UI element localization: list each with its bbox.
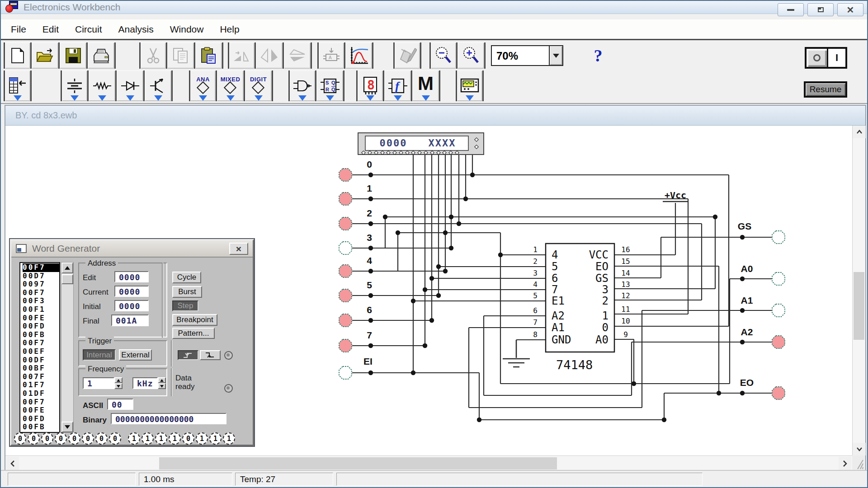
menu-edit[interactable]: Edit: [42, 24, 59, 35]
digital-ics-button[interactable]: DIGIT: [245, 70, 273, 101]
hex-word-row[interactable]: 01DF: [23, 389, 59, 398]
trigger-rising-edge-button[interactable]: [178, 350, 198, 360]
menu-file[interactable]: File: [11, 24, 26, 35]
paste-button[interactable]: [195, 42, 223, 69]
final-address-field[interactable]: 001A: [111, 314, 149, 326]
binary-field[interactable]: 0000000000000000: [111, 413, 226, 424]
logic-gates-button[interactable]: [288, 70, 316, 101]
save-button[interactable]: [60, 42, 88, 69]
menu-window[interactable]: Window: [170, 24, 204, 35]
document-title[interactable]: BY. cd 8x3.ewb: [5, 106, 865, 126]
hex-word-row-selected[interactable]: 00F7: [23, 263, 59, 272]
bit-terminal[interactable]: 1: [196, 432, 208, 445]
expand-triangle-icon[interactable]: [14, 95, 22, 101]
input-terminal-3[interactable]: [339, 242, 352, 254]
restore-button[interactable]: [807, 3, 834, 16]
zoom-out-button[interactable]: [429, 42, 458, 69]
output-terminal-a1[interactable]: [772, 304, 785, 317]
frequency-unit-field[interactable]: kHz: [132, 377, 158, 389]
spinner-up-icon[interactable]: [114, 377, 123, 383]
input-terminal-1[interactable]: [339, 192, 352, 205]
bit-terminal[interactable]: 0: [14, 432, 26, 445]
favorites-bin-button[interactable]: [4, 70, 32, 101]
power-switch[interactable]: I: [805, 47, 847, 69]
power-off-side[interactable]: [807, 49, 828, 67]
menu-help[interactable]: Help: [220, 24, 239, 35]
subcircuit-button[interactable]: A: [317, 42, 345, 69]
hex-word-row[interactable]: 00FD: [23, 322, 59, 331]
bit-terminal[interactable]: 1: [169, 432, 181, 445]
input-terminal-5[interactable]: [339, 289, 352, 302]
new-button[interactable]: [4, 42, 32, 69]
hex-word-row[interactable]: 01F7: [23, 381, 59, 389]
menu-circuit[interactable]: Circuit: [75, 24, 102, 35]
scroll-up-button[interactable]: [853, 126, 866, 138]
zoom-level-combobox[interactable]: 70%: [491, 45, 563, 66]
flip-flops-button[interactable]: SQRQ: [316, 70, 344, 101]
output-terminal-a2[interactable]: [772, 336, 785, 348]
trigger-internal-button[interactable]: Internal: [83, 349, 116, 361]
bit-terminal[interactable]: 0: [55, 432, 67, 445]
analysis-graph-button[interactable]: [345, 42, 373, 69]
miscellaneous-button[interactable]: M: [412, 70, 440, 101]
help-button[interactable]: ?: [584, 42, 612, 69]
list-scroll-thumb[interactable]: [61, 274, 73, 284]
expand-triangle-icon[interactable]: [326, 95, 334, 101]
bit-terminal[interactable]: 0: [41, 432, 53, 445]
minimize-button[interactable]: [778, 3, 804, 16]
hex-word-row[interactable]: 00F7: [23, 289, 59, 297]
zoom-dropdown-button[interactable]: [549, 46, 562, 65]
hex-word-row[interactable]: 00F7: [23, 339, 59, 347]
sources-button[interactable]: [61, 70, 89, 101]
ascii-field[interactable]: 00: [107, 399, 133, 410]
hex-word-row[interactable]: 00BF: [23, 364, 59, 373]
expand-triangle-icon[interactable]: [199, 95, 207, 101]
transistors-button[interactable]: [145, 70, 173, 101]
hex-word-row[interactable]: 00FE: [23, 406, 59, 415]
hex-word-row[interactable]: 00FD: [23, 415, 59, 423]
hex-word-row[interactable]: 0097: [23, 280, 59, 289]
vertical-scroll-thumb[interactable]: [854, 272, 864, 340]
list-scroll-up-button[interactable]: [61, 263, 73, 273]
bit-terminal[interactable]: 1: [223, 432, 235, 445]
component-properties-button[interactable]: [393, 42, 421, 69]
copy-button[interactable]: [167, 42, 195, 69]
pattern-button[interactable]: Pattern...: [172, 328, 215, 339]
chip-74148[interactable]: 4 5 6 7 E1 A2 A1 GND VCC EO GS 3 2 1: [533, 244, 630, 372]
breakpoint-button[interactable]: Breakpoint: [172, 314, 217, 326]
analog-ics-button[interactable]: ANA: [189, 70, 217, 101]
print-button[interactable]: [88, 42, 116, 69]
power-on-side[interactable]: I: [828, 49, 845, 67]
hex-word-row[interactable]: 00F7: [23, 398, 59, 407]
word-generator-close-button[interactable]: ×: [229, 243, 248, 255]
input-terminal-ei[interactable]: [339, 366, 352, 379]
expand-triangle-icon[interactable]: [154, 95, 162, 101]
hex-word-row[interactable]: 007F: [23, 373, 59, 381]
list-scroll-down-button[interactable]: [61, 422, 73, 432]
bit-terminal[interactable]: 0: [182, 432, 194, 445]
expand-triangle-icon[interactable]: [394, 95, 402, 101]
expand-triangle-icon[interactable]: [226, 95, 235, 101]
frequency-value-field[interactable]: 1: [83, 377, 114, 389]
hex-word-row[interactable]: 00FB: [23, 423, 59, 432]
output-terminal-eo[interactable]: [772, 387, 785, 399]
mixed-ics-button[interactable]: MIXED: [217, 70, 245, 101]
current-address-field[interactable]: 0000: [114, 286, 149, 297]
zoom-in-button[interactable]: [458, 42, 486, 69]
hex-word-row[interactable]: 00DF: [23, 356, 59, 365]
hex-word-row[interactable]: 00D7: [23, 272, 59, 281]
hex-word-row[interactable]: 00F1: [23, 305, 59, 314]
bit-terminal[interactable]: 0: [82, 432, 94, 445]
expand-triangle-icon[interactable]: [98, 95, 106, 101]
expand-triangle-icon[interactable]: [255, 95, 263, 101]
flip-horizontal-button[interactable]: [256, 42, 284, 69]
rotate-button[interactable]: [228, 42, 256, 69]
indicators-button[interactable]: 8: [356, 70, 384, 101]
initial-address-field[interactable]: 0000: [114, 300, 149, 311]
bit-terminal[interactable]: 0: [109, 432, 121, 445]
expand-triangle-icon[interactable]: [422, 95, 430, 101]
bit-terminal[interactable]: 1: [142, 432, 154, 445]
resume-button[interactable]: Resume: [804, 81, 847, 98]
bit-terminal[interactable]: 0: [68, 432, 80, 445]
bit-terminal[interactable]: 0: [28, 432, 40, 445]
